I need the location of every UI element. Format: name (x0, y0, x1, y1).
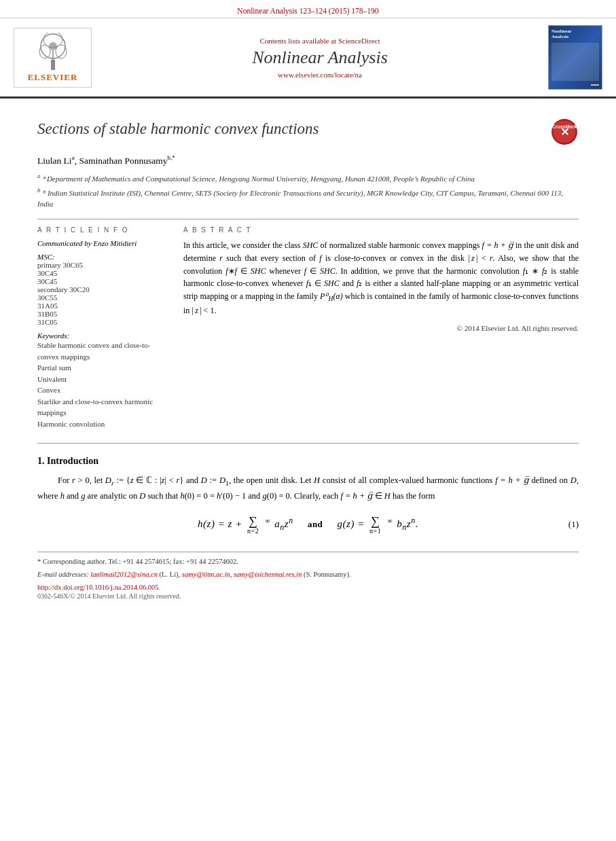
elsevier-brand-text: ELSEVIER (28, 72, 78, 83)
cover-title: NonlinearAnalysis (551, 29, 599, 40)
copyright-notice: 0362-546X/© 2014 Elsevier Ltd. All right… (37, 592, 579, 600)
affiliation-a: a ᵃ Department of Mathematics and Comput… (37, 172, 579, 184)
footer-rule (37, 552, 579, 552)
cover-image-area (551, 43, 599, 81)
article-info-heading: A R T I C L E I N F O (37, 226, 170, 234)
sciencedirect-line: Contents lists available at ScienceDirec… (98, 37, 541, 45)
journal-cover-box: NonlinearAnalysis ▬▬ (548, 25, 602, 90)
abstract-copyright: © 2014 Elsevier Ltd. All rights reserved… (183, 323, 579, 334)
msc-primary: primary 30C65 (37, 261, 170, 269)
keyword-6: Harmonic convolution (37, 418, 170, 430)
svg-rect-0 (51, 60, 55, 70)
journal-center: Contents lists available at ScienceDirec… (98, 37, 541, 79)
journal-citation: Nonlinear Analysis 123–124 (2015) 178–19… (237, 7, 378, 15)
msc-item-6: 31C05 (37, 318, 170, 326)
authors-line: Liulan Lia, Saminathan Ponnusamyb,* (37, 154, 579, 166)
journal-name: Nonlinear Analysis (98, 48, 541, 68)
keywords-section: Keywords: Stable harmonic convex and clo… (37, 332, 170, 429)
msc-items: primary 30C65 30C45 30C45 secondary 30C2… (37, 261, 170, 326)
keyword-3: Univalent (37, 374, 170, 385)
keyword-1: Stable harmonic convex and close-to-conv… (37, 340, 170, 362)
article-title-row: Sections of stable harmonic convex funct… (37, 119, 579, 146)
keyword-4: Convex (37, 384, 170, 396)
communicated-by: Communicated by Enzo Mitidieri (37, 239, 170, 247)
section-divider-1 (37, 219, 579, 219)
keyword-5: Starlike and close-to-convex harmonic ma… (37, 396, 170, 418)
crossmark-icon: ✕ CrossMark (551, 119, 577, 145)
section-1-heading: 1. Introduction (37, 456, 579, 467)
footnote-corresponding: * Corresponding author. Tel.: +91 44 257… (37, 556, 579, 567)
abstract-column: A B S T R A C T In this article, we cons… (183, 226, 579, 429)
article-title: Sections of stable harmonic convex funct… (37, 119, 319, 139)
equation-1-content: h(z) = z + ∑ n=2 ∞ anzn and g(z) = ∑ n=1… (198, 515, 418, 535)
footnotes: * Corresponding author. Tel.: +91 44 257… (37, 556, 579, 580)
journal-banner: ELSEVIER Contents lists available at Sci… (0, 18, 616, 99)
journal-header: Nonlinear Analysis 123–124 (2015) 178–19… (0, 0, 616, 18)
equation-1-display: h(z) = z + ∑ n=2 ∞ anzn and g(z) = ∑ n=1… (37, 515, 579, 535)
elsevier-logo: ELSEVIER (14, 28, 92, 88)
keyword-2: Partial sum (37, 362, 170, 374)
msc-item-4: 31A05 (37, 302, 170, 310)
msc-label: MSC: (37, 253, 170, 261)
affiliations: a ᵃ Department of Mathematics and Comput… (37, 172, 579, 210)
msc-secondary: secondary 30C20 (37, 285, 170, 293)
elsevier-tree-icon (26, 33, 80, 70)
affiliation-b: b ᵇ Indian Statistical Institute (ISI), … (37, 186, 579, 210)
abstract-paragraph: In this article, we consider the class S… (183, 239, 579, 317)
abstract-heading: A B S T R A C T (183, 226, 579, 234)
keywords-label: Keywords: (37, 332, 170, 340)
msc-item-1: 30C45 (37, 269, 170, 277)
cover-detail: ▬▬ (551, 82, 599, 86)
intro-paragraph-1: For r > 0, let Dr := {z ∈ ℂ : |z| < r} a… (37, 473, 579, 503)
crossmark-badge: ✕ CrossMark (551, 119, 579, 146)
journal-cover-image: NonlinearAnalysis ▬▬ (548, 25, 602, 90)
msc-section: MSC: primary 30C65 30C45 30C45 secondary… (37, 253, 170, 326)
journal-url: www.elsevier.com/locate/na (98, 71, 541, 79)
msc-item-3: 30C55 (37, 293, 170, 302)
body-text: For r > 0, let Dr := {z ∈ ℂ : |z| < r} a… (37, 473, 579, 503)
msc-item-2: 30C45 (37, 277, 170, 285)
info-abstract-columns: A R T I C L E I N F O Communicated by En… (37, 226, 579, 429)
section-divider-2 (37, 443, 579, 444)
doi-line: http://dx.doi.org/10.1016/j.na.2014.06.0… (37, 584, 579, 591)
main-content: Sections of stable harmonic convex funct… (0, 99, 616, 613)
msc-item-5: 31B05 (37, 310, 170, 318)
elsevier-logo-box: ELSEVIER (14, 28, 92, 88)
equation-number-1: (1) (568, 519, 579, 530)
article-info-column: A R T I C L E I N F O Communicated by En… (37, 226, 170, 429)
abstract-text: In this article, we consider the class S… (183, 239, 579, 334)
footnote-emails: E-mail addresses: lanlimail2012@sina.cn … (37, 569, 579, 580)
svg-text:CrossMark: CrossMark (552, 124, 577, 129)
